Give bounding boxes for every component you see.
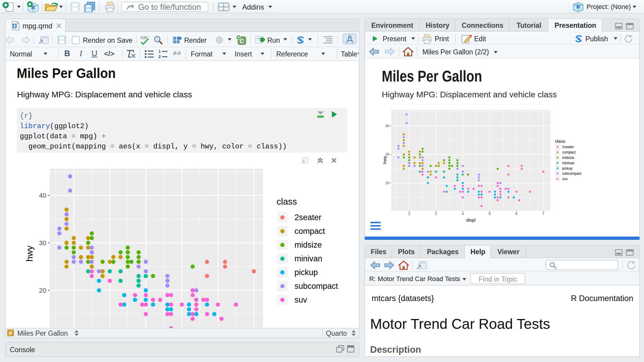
svg-text:R: R — [576, 3, 580, 10]
svg-text:2seater: 2seater — [562, 145, 574, 149]
svg-text:40: 40 — [39, 192, 46, 199]
svg-text:minivan: minivan — [294, 254, 322, 263]
svg-text:30: 30 — [39, 239, 46, 247]
svg-text:subcompact: subcompact — [294, 282, 338, 291]
svg-text:suv: suv — [294, 295, 307, 304]
svg-text:subcompact: subcompact — [562, 171, 582, 176]
svg-text:midsize: midsize — [562, 156, 574, 160]
svg-text:compact: compact — [294, 227, 325, 236]
svg-text:20: 20 — [385, 181, 390, 185]
svg-text:minivan: minivan — [562, 161, 574, 165]
svg-text:2: 2 — [158, 54, 161, 58]
svg-text:midsize: midsize — [294, 240, 322, 249]
svg-text:compact: compact — [562, 150, 576, 154]
svg-text:40: 40 — [385, 124, 390, 128]
svg-text:7: 7 — [542, 212, 544, 216]
svg-text:hwy: hwy — [383, 156, 387, 164]
svg-text:class: class — [277, 197, 297, 206]
svg-text:pickup: pickup — [562, 166, 573, 171]
svg-text:suv: suv — [562, 177, 568, 181]
svg-text:20: 20 — [39, 287, 46, 294]
svg-text:1: 1 — [158, 49, 161, 54]
svg-text:30: 30 — [385, 152, 390, 157]
svg-text:class: class — [555, 139, 565, 144]
svg-text:hwy: hwy — [25, 246, 34, 261]
svg-text:pickup: pickup — [294, 268, 318, 277]
svg-text:2: 2 — [408, 212, 410, 216]
svg-text:2seater: 2seater — [294, 213, 321, 222]
svg-text:4: 4 — [462, 212, 464, 216]
svg-text:6: 6 — [515, 212, 518, 216]
svg-text:displ: displ — [466, 217, 476, 223]
svg-text:5: 5 — [489, 212, 491, 216]
svg-text:3: 3 — [435, 212, 437, 216]
